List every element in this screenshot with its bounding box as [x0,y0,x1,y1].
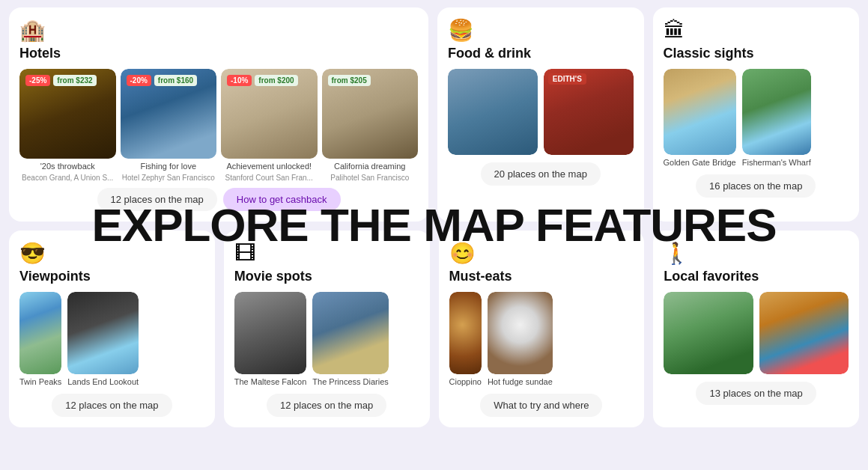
hotels-places-btn[interactable]: 12 places on the map [97,188,217,211]
local-title: Local favorites [664,269,849,284]
movie-footer: 12 places on the map [234,394,419,417]
sights-emoji: 🏛 [664,18,849,43]
viewpoints-img-col-2: Lands End Lookout [67,292,139,386]
food-title: Food & drink [448,46,634,61]
badge-2: -20% from $160 [127,75,198,86]
viewpoints-places-btn[interactable]: 12 places on the map [52,394,172,417]
musteats-images: Cioppino Hot fudge sundae [449,292,634,386]
viewpoints-title: Viewpoints [19,269,204,284]
hotels-images-row: -25% from $232 '20s throwback Beacon Gra… [19,69,418,182]
hotel-sublabel-4: Palihotel San Francisco [322,174,419,182]
viewpoints-emoji: 😎 [19,241,204,266]
hotel-img-2[interactable]: -20% from $160 Fishing for love Hotel Ze… [121,69,217,182]
card-classic-sights: 🏛 Classic sights Golden Gate Bridge Fish… [653,7,860,222]
viewpoints-footer: 12 places on the map [19,394,204,417]
food-images: EDITH'S [448,69,634,155]
movie-img-1[interactable] [234,292,307,374]
musteats-footer: What to try and where [449,394,634,417]
sights-img-col-1: Golden Gate Bridge [664,69,736,167]
hotel-label-1: '20s throwback [19,162,116,171]
movie-label-1: The Maltese Falcon [234,377,307,386]
badge-1: -25% from $232 [25,75,97,86]
top-grid: 🏨 Hotels -25% from $232 '20s throwback B… [0,0,868,226]
viewpoints-img-2[interactable] [67,292,139,374]
hotel-sublabel-1: Beacon Grand, A Union S... [19,174,116,182]
local-places-btn[interactable]: 13 places on the map [696,382,816,405]
movie-img-col-1: The Maltese Falcon [234,292,307,386]
card-food-drink: 🍔 Food & drink EDITH'S 20 places on the … [437,7,644,222]
viewpoints-label-2: Lands End Lookout [67,377,139,386]
local-emoji: 🚶 [664,241,849,266]
local-images [664,292,849,374]
musteats-img-col-1: Cioppino [449,292,482,386]
viewpoints-images: Twin Peaks Lands End Lookout [19,292,204,386]
movie-images: The Maltese Falcon The Princess Diaries [234,292,419,386]
musteats-title: Must-eats [449,269,634,284]
movie-places-btn[interactable]: 12 places on the map [267,394,386,417]
sights-images: Golden Gate Bridge Fisherman's Wharf [664,69,849,167]
food-img-2[interactable]: EDITH'S [544,69,634,155]
sights-places-btn[interactable]: 16 places on the map [696,174,816,198]
hotel-img-4[interactable]: from $205 California dreaming Palihotel … [322,69,419,182]
hotels-cashback-btn[interactable]: How to get cashback [223,188,341,211]
discount-2: -20% [127,75,151,86]
musteats-img-col-2: Hot fudge sundae [488,292,553,386]
musteats-label-1: Cioppino [449,377,482,386]
hotel-label-4: California dreaming [322,162,419,171]
hotels-emoji: 🏨 [19,18,418,43]
card-hotels: 🏨 Hotels -25% from $232 '20s throwback B… [9,7,428,222]
food-img-1[interactable] [448,69,538,155]
hotel-img-1[interactable]: -25% from $232 '20s throwback Beacon Gra… [19,69,116,182]
sights-label-1: Golden Gate Bridge [664,158,736,167]
movie-emoji: 🎞 [234,241,419,266]
viewpoints-img-col-1: Twin Peaks [19,292,61,386]
card-movie-spots: 🎞 Movie spots The Maltese Falcon The Pri… [224,231,430,427]
hotel-label-2: Fishing for love [121,162,217,171]
sights-title: Classic sights [664,46,849,61]
sights-footer: 16 places on the map [664,174,849,198]
card-viewpoints: 😎 Viewpoints Twin Peaks Lands End Lookou… [9,231,215,427]
price-4: from $205 [328,75,371,86]
discount-3: -10% [227,75,252,86]
viewpoints-label-1: Twin Peaks [19,377,61,386]
local-img-1[interactable] [664,292,753,374]
card-must-eats: 😊 Must-eats Cioppino Hot fudge sundae Wh… [439,231,645,427]
food-emoji: 🍔 [448,18,634,43]
musteats-emoji: 😊 [449,241,634,266]
movie-img-2[interactable] [312,292,388,374]
musteats-img-1[interactable] [449,292,482,374]
price-3: from $200 [255,75,297,86]
badge-3: -10% from $200 [227,75,298,86]
sights-img-col-2: Fisherman's Wharf [742,69,811,167]
price-2: from $160 [154,75,197,86]
musteats-img-2[interactable] [488,292,553,374]
local-img-2[interactable] [759,292,849,374]
viewpoints-img-1[interactable] [19,292,61,374]
badge-4: from $205 [328,75,371,86]
movie-title: Movie spots [234,269,419,284]
discount-1: -25% [25,75,50,86]
hotels-footer: 12 places on the map How to get cashback [19,188,418,211]
hotel-img-3[interactable]: -10% from $200 Achievement unlocked! Sta… [221,69,318,182]
sights-label-2: Fisherman's Wharf [742,158,811,167]
local-footer: 13 places on the map [664,382,849,405]
musteats-label-2: Hot fudge sundae [488,377,553,386]
food-footer: 20 places on the map [448,162,634,186]
hotel-label-3: Achievement unlocked! [221,162,318,171]
movie-img-col-2: The Princess Diaries [312,292,388,386]
card-local-favorites: 🚶 Local favorites 13 places on the map [653,231,859,427]
bottom-grid: 😎 Viewpoints Twin Peaks Lands End Lookou… [0,226,868,435]
hotel-sublabel-2: Hotel Zephyr San Francisco [121,174,217,182]
musteats-extra-btn[interactable]: What to try and where [480,394,602,417]
movie-label-2: The Princess Diaries [312,377,388,386]
sights-img-1[interactable] [664,69,736,155]
price-1: from $232 [53,75,96,86]
hotels-title: Hotels [19,46,418,61]
hotel-sublabel-3: Stanford Court San Fran... [221,174,318,182]
food-places-btn[interactable]: 20 places on the map [481,162,601,186]
sights-img-2[interactable] [742,69,811,155]
